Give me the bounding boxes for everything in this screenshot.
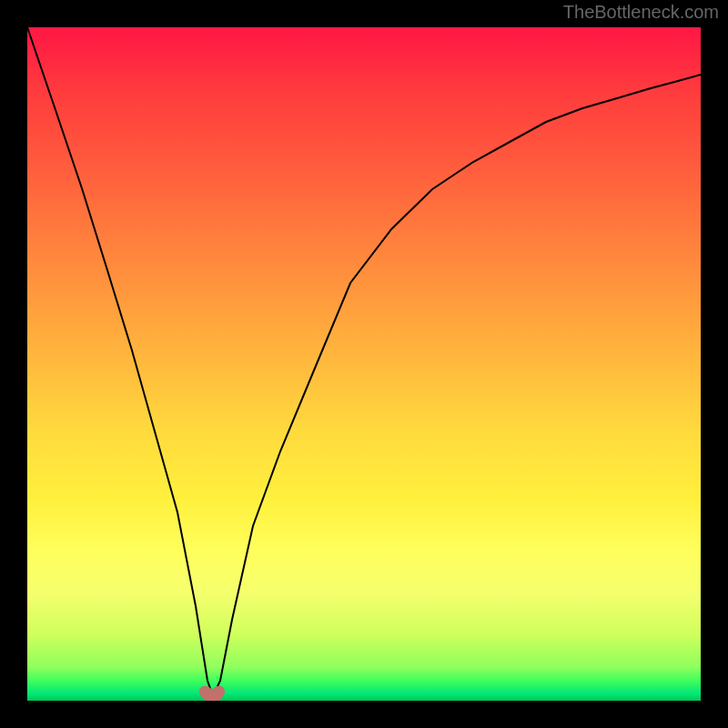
chart-svg: [27, 27, 701, 701]
watermark-text: TheBottleneck.com: [563, 2, 719, 23]
chart-plot-area: [27, 27, 701, 701]
bottleneck-curve-line: [27, 27, 701, 696]
marker-heart: [199, 686, 225, 701]
